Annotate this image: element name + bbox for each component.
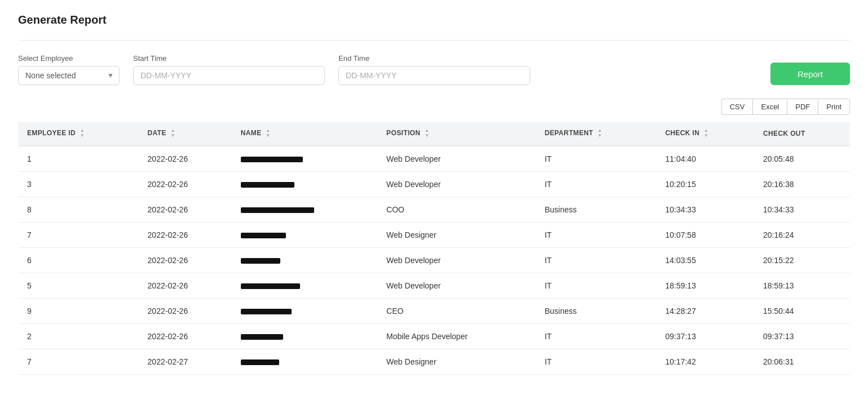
table-row: 52022-02-26Web DeveloperIT18:59:1318:59:… bbox=[18, 273, 850, 298]
sort-icon: ▲▼ bbox=[425, 128, 429, 139]
col-date[interactable]: DATE ▲▼ bbox=[139, 122, 232, 146]
cell-check-out: 20:06:31 bbox=[754, 349, 850, 374]
cell-check-in: 10:34:33 bbox=[656, 197, 754, 222]
sort-icon: ▲▼ bbox=[80, 128, 85, 139]
col-employee-id[interactable]: EMPLOYEE ID ▲▼ bbox=[18, 122, 139, 146]
sort-icon: ▲▼ bbox=[171, 128, 175, 139]
cell-department: IT bbox=[536, 349, 656, 374]
end-time-label: End Time bbox=[338, 54, 530, 63]
cell-position: Web Designer bbox=[377, 349, 536, 374]
cell-name bbox=[232, 298, 377, 323]
report-table: EMPLOYEE ID ▲▼ DATE ▲▼ NAME ▲▼ POSITION … bbox=[18, 122, 850, 375]
cell-employee-id: 1 bbox=[18, 146, 139, 172]
start-time-input[interactable] bbox=[133, 66, 325, 85]
cell-position: Mobile Apps Developer bbox=[377, 323, 536, 349]
pdf-button[interactable]: PDF bbox=[787, 99, 818, 115]
sort-icon: ▲▼ bbox=[266, 128, 270, 139]
cell-check-out: 20:16:38 bbox=[754, 171, 850, 197]
cell-check-out: 20:15:22 bbox=[754, 247, 850, 273]
cell-department: IT bbox=[536, 171, 656, 197]
start-time-label: Start Time bbox=[133, 54, 325, 63]
divider bbox=[18, 40, 850, 41]
employee-filter-label: Select Employee bbox=[18, 54, 120, 63]
cell-date: 2022-02-26 bbox=[139, 323, 232, 349]
cell-position: Web Developer bbox=[377, 273, 536, 298]
cell-check-out: 18:59:13 bbox=[754, 273, 850, 298]
table-body: 12022-02-26Web DeveloperIT11:04:4020:05:… bbox=[18, 146, 850, 375]
cell-employee-id: 5 bbox=[18, 273, 139, 298]
csv-button[interactable]: CSV bbox=[721, 99, 753, 115]
cell-date: 2022-02-26 bbox=[139, 247, 232, 273]
table-wrapper: EMPLOYEE ID ▲▼ DATE ▲▼ NAME ▲▼ POSITION … bbox=[18, 122, 850, 375]
table-row: 82022-02-26COOBusiness10:34:3310:34:33 bbox=[18, 197, 850, 222]
col-position[interactable]: POSITION ▲▼ bbox=[377, 122, 536, 146]
cell-department: Business bbox=[536, 298, 656, 323]
cell-name bbox=[232, 247, 377, 273]
cell-department: Business bbox=[536, 197, 656, 222]
sort-icon: ▲▼ bbox=[597, 128, 602, 139]
cell-employee-id: 7 bbox=[18, 349, 139, 374]
cell-employee-id: 9 bbox=[18, 298, 139, 323]
table-header: EMPLOYEE ID ▲▼ DATE ▲▼ NAME ▲▼ POSITION … bbox=[18, 122, 850, 146]
cell-name bbox=[232, 349, 377, 374]
cell-name bbox=[232, 222, 377, 247]
cell-check-out: 20:16:24 bbox=[754, 222, 850, 247]
cell-name bbox=[232, 197, 377, 222]
cell-date: 2022-02-27 bbox=[139, 349, 232, 374]
cell-date: 2022-02-26 bbox=[139, 197, 232, 222]
excel-button[interactable]: Excel bbox=[752, 99, 787, 115]
cell-position: Web Developer bbox=[377, 171, 536, 197]
cell-department: IT bbox=[536, 222, 656, 247]
cell-check-out: 10:34:33 bbox=[754, 197, 850, 222]
cell-date: 2022-02-26 bbox=[139, 273, 232, 298]
cell-check-in: 11:04:40 bbox=[656, 146, 754, 172]
cell-date: 2022-02-26 bbox=[139, 146, 232, 172]
cell-check-out: 15:50:44 bbox=[754, 298, 850, 323]
cell-position: Web Developer bbox=[377, 146, 536, 172]
cell-check-in: 09:37:13 bbox=[656, 323, 754, 349]
table-row: 22022-02-26Mobile Apps DeveloperIT09:37:… bbox=[18, 323, 850, 349]
col-check-out: CHECK OUT bbox=[754, 122, 850, 146]
cell-date: 2022-02-26 bbox=[139, 298, 232, 323]
table-row: 92022-02-26CEOBusiness14:28:2715:50:44 bbox=[18, 298, 850, 323]
report-button[interactable]: Report bbox=[770, 63, 850, 85]
cell-check-out: 09:37:13 bbox=[754, 323, 850, 349]
cell-position: Web Designer bbox=[377, 222, 536, 247]
end-time-filter-group: End Time bbox=[338, 54, 530, 85]
table-row: 12022-02-26Web DeveloperIT11:04:4020:05:… bbox=[18, 146, 850, 172]
cell-position: CEO bbox=[377, 298, 536, 323]
page-container: Generate Report Select Employee None sel… bbox=[0, 0, 868, 388]
employee-select[interactable]: None selected bbox=[18, 66, 120, 85]
table-row: 32022-02-26Web DeveloperIT10:20:1520:16:… bbox=[18, 171, 850, 197]
cell-position: COO bbox=[377, 197, 536, 222]
sort-icon: ▲▼ bbox=[704, 128, 708, 139]
cell-check-in: 10:20:15 bbox=[656, 171, 754, 197]
cell-employee-id: 8 bbox=[18, 197, 139, 222]
employee-filter-group: Select Employee None selected ▼ bbox=[18, 54, 120, 85]
cell-department: IT bbox=[536, 247, 656, 273]
cell-position: Web Developer bbox=[377, 247, 536, 273]
print-button[interactable]: Print bbox=[818, 99, 850, 115]
cell-check-in: 14:03:55 bbox=[656, 247, 754, 273]
col-name[interactable]: NAME ▲▼ bbox=[232, 122, 377, 146]
employee-select-wrapper[interactable]: None selected ▼ bbox=[18, 66, 120, 85]
cell-department: IT bbox=[536, 146, 656, 172]
filter-row: Select Employee None selected ▼ Start Ti… bbox=[18, 54, 850, 85]
table-row: 72022-02-26Web DesignerIT10:07:5820:16:2… bbox=[18, 222, 850, 247]
cell-employee-id: 6 bbox=[18, 247, 139, 273]
col-check-in[interactable]: CHECK IN ▲▼ bbox=[656, 122, 754, 146]
cell-name bbox=[232, 323, 377, 349]
cell-department: IT bbox=[536, 323, 656, 349]
page-title: Generate Report bbox=[18, 14, 850, 26]
cell-name bbox=[232, 146, 377, 172]
cell-check-out: 20:05:48 bbox=[754, 146, 850, 172]
cell-employee-id: 3 bbox=[18, 171, 139, 197]
end-time-input[interactable] bbox=[338, 66, 530, 85]
table-row: 62022-02-26Web DeveloperIT14:03:5520:15:… bbox=[18, 247, 850, 273]
cell-employee-id: 7 bbox=[18, 222, 139, 247]
start-time-filter-group: Start Time bbox=[133, 54, 325, 85]
export-row: CSV Excel PDF Print bbox=[18, 99, 850, 115]
cell-check-in: 18:59:13 bbox=[656, 273, 754, 298]
col-department[interactable]: DEPARTMENT ▲▼ bbox=[536, 122, 656, 146]
cell-name bbox=[232, 171, 377, 197]
